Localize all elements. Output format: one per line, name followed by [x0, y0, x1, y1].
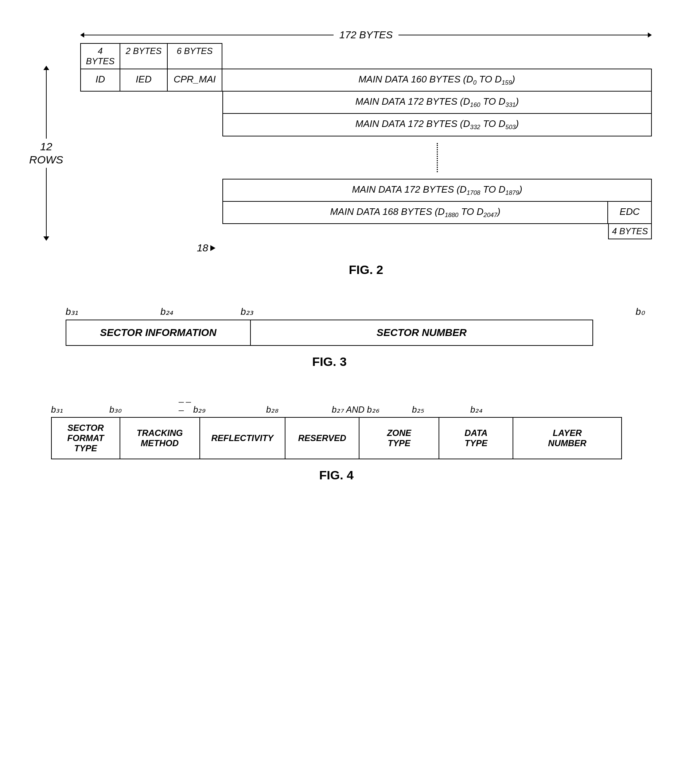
- bytes-172-label: 172 BYTES: [334, 29, 399, 41]
- arrow-left-172: [80, 32, 84, 38]
- cell-id: ID: [80, 68, 120, 92]
- fig3-label: FIG. 3: [66, 355, 593, 369]
- label-18: 18: [197, 242, 208, 254]
- fig3-b23-label: b₂₃: [241, 306, 270, 317]
- fig4-container: b₃₁ b₃₀ ─ ─ ─ b₂₉ b₂₈ b₂₇ AND b₂₆ b₂₅ b₂…: [29, 398, 652, 482]
- fig4-cell-data-type: DATA TYPE: [439, 417, 513, 459]
- header-4bytes: 4 BYTES: [80, 43, 120, 68]
- fig3-b31-label: b₃₁: [66, 306, 160, 317]
- fig2-row-1708: MAIN DATA 172 BYTES (D1708 TO D1879): [80, 179, 652, 202]
- rows-vert-line-top: [46, 70, 47, 139]
- fig3-table-row: SECTOR INFORMATION SECTOR NUMBER: [66, 320, 593, 346]
- fig4-cell-sector-format: SECTOR FORMAT TYPE: [51, 417, 120, 459]
- fig4-cell-tracking: TRACKING METHOD: [120, 417, 200, 459]
- fig4-table: SECTOR FORMAT TYPE TRACKING METHOD REFLE…: [51, 417, 622, 459]
- line-172-right: [399, 35, 648, 35]
- fig2-row-last: MAIN DATA 168 BYTES (D1880 TO D2047) EDC: [80, 202, 652, 224]
- arrow-right-172: [648, 32, 652, 38]
- fig4-cell-reserved: RESERVED: [285, 417, 359, 459]
- rows-text: 12ROWS: [29, 139, 63, 168]
- cell-main-data-172-1: MAIN DATA 172 BYTES (D160 TO D331): [222, 92, 652, 114]
- fig4-b24-label: b₂₄: [470, 405, 652, 415]
- fig3-cell-sector-info: SECTOR INFORMATION: [66, 320, 250, 346]
- line-172-left: [84, 35, 334, 35]
- fig4-b25-label: b₂₅: [412, 405, 470, 415]
- cell-4bytes-edc: 4 BYTES: [608, 224, 652, 239]
- fig4-cell-zone-type: ZONE TYPE: [359, 417, 439, 459]
- fig4-b28-label: b₂₈: [266, 405, 332, 415]
- fig4-table-row: SECTOR FORMAT TYPE TRACKING METHOD REFLE…: [51, 417, 622, 459]
- fig4-b31-label: b₃₁: [51, 405, 109, 415]
- dotted-line: [437, 143, 438, 172]
- cell-main-data-160: MAIN DATA 160 BYTES (D0 TO D159): [222, 68, 652, 92]
- fig4-label: FIG. 4: [51, 468, 622, 482]
- rows-vert-line-bottom: [46, 168, 47, 236]
- cell-cpr-mai: CPR_MAI: [168, 68, 222, 92]
- rows-arrow-up: [43, 66, 49, 70]
- fig2-edc-bytes: 4 BYTES: [80, 224, 652, 239]
- cell-edc: EDC: [608, 202, 652, 224]
- fig3-bit-labels: b₃₁ b₂₄ b₂₃ b₀: [66, 306, 652, 317]
- header-6bytes: 6 BYTES: [168, 43, 222, 68]
- cell-ied: IED: [120, 68, 168, 92]
- fig2-row1: ID IED CPR_MAI MAIN DATA 160 BYTES (D0 T…: [80, 68, 652, 92]
- fig4-b30-label: b₃₀: [109, 405, 179, 415]
- fig4-bit-labels: b₃₁ b₃₀ ─ ─ ─ b₂₉ b₂₈ b₂₇ AND b₂₆ b₂₅ b₂…: [51, 398, 652, 415]
- cell-main-data-1880: MAIN DATA 168 BYTES (D1880 TO D2047): [222, 202, 608, 224]
- arrow-18: [211, 245, 215, 251]
- fig4-cell-layer-number: LAYER NUMBER: [513, 417, 621, 459]
- rows-label: 12ROWS: [29, 66, 63, 241]
- fig2-row3: MAIN DATA 172 BYTES (D332 TO D503): [80, 114, 652, 136]
- fig4-b29-label: b₂₉: [193, 405, 266, 415]
- fig3-b24-label: b₂₄: [160, 306, 241, 317]
- fig4-dots-label: ─ ─ ─: [179, 398, 193, 415]
- fig4-b27-26-label: b₂₇ AND b₂₆: [332, 405, 412, 415]
- fig3-container: b₃₁ b₂₄ b₂₃ b₀ SECTOR INFORMATION SECTOR…: [29, 306, 652, 369]
- fig3-cell-sector-number: SECTOR NUMBER: [250, 320, 593, 346]
- fig2-row2: MAIN DATA 172 BYTES (D160 TO D331): [80, 92, 652, 114]
- fig2-label: FIG. 2: [80, 263, 652, 277]
- fig4-cell-reflectivity: REFLECTIVITY: [200, 417, 285, 459]
- cell-main-data-172-2: MAIN DATA 172 BYTES (D332 TO D503): [222, 114, 652, 136]
- header-2bytes: 2 BYTES: [120, 43, 168, 68]
- rows-arrow-down: [43, 236, 49, 241]
- fig2-byte-header: 4 BYTES 2 BYTES 6 BYTES: [80, 43, 652, 68]
- fig2-label-18-row: 18: [197, 242, 652, 254]
- fig2-172bytes-row: 172 BYTES: [80, 29, 652, 41]
- fig3-table: SECTOR INFORMATION SECTOR NUMBER: [66, 320, 593, 346]
- fig2-dotted: [222, 136, 652, 179]
- fig3-b0-label: b₀: [270, 306, 652, 317]
- cell-main-data-1708: MAIN DATA 172 BYTES (D1708 TO D1879): [222, 179, 652, 202]
